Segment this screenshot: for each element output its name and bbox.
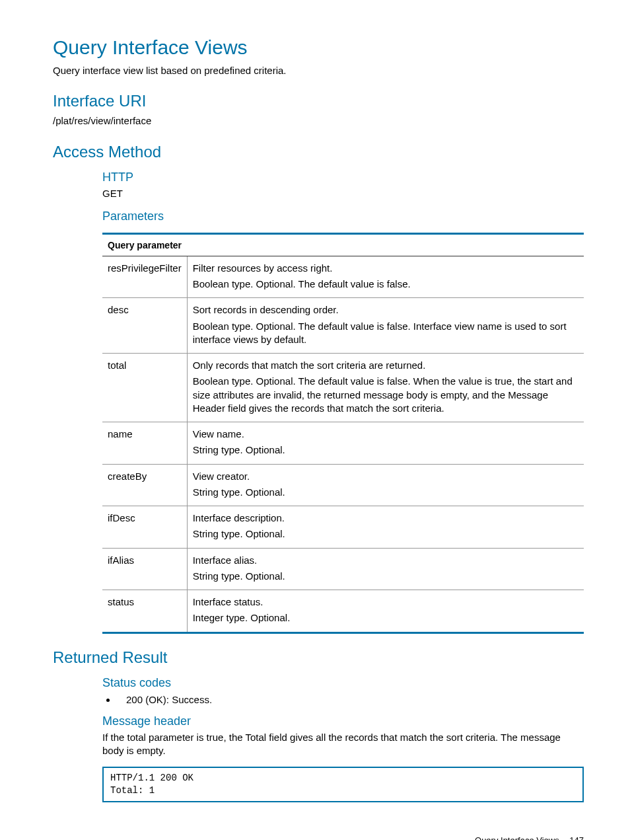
param-desc: View creator. String type. Optional. <box>187 464 584 506</box>
parameters-table: Query parameter resPrivilegeFilter Filte… <box>102 233 584 634</box>
param-desc: View name. String type. Optional. <box>187 422 584 465</box>
param-name: status <box>102 590 187 633</box>
footer-label: Query Interface Views <box>475 835 559 840</box>
page-number: 147 <box>569 835 584 840</box>
returned-result-heading: Returned Result <box>53 648 584 667</box>
param-desc: Only records that match the sort criteri… <box>187 354 584 422</box>
interface-uri-heading: Interface URI <box>53 92 584 110</box>
status-code-item: 200 (OK): Success. <box>117 694 584 705</box>
table-row: name View name. String type. Optional. <box>102 422 584 465</box>
param-name: name <box>102 422 187 465</box>
table-row: total Only records that match the sort c… <box>102 354 584 422</box>
parameters-label: Parameters <box>102 210 584 223</box>
param-desc: Sort records in descending order. Boolea… <box>187 298 584 354</box>
param-name: ifDesc <box>102 506 187 549</box>
message-header-text: If the total parameter is true, the Tota… <box>102 731 584 758</box>
table-row: createBy View creator. String type. Opti… <box>102 464 584 506</box>
param-name: desc <box>102 298 187 354</box>
table-row: ifAlias Interface alias. String type. Op… <box>102 548 584 590</box>
page-title: Query Interface Views <box>53 36 584 59</box>
param-desc: Filter resources by access right. Boolea… <box>187 256 584 298</box>
table-header: Query parameter <box>102 233 584 256</box>
param-desc: Interface alias. String type. Optional. <box>187 548 584 590</box>
param-name: ifAlias <box>102 548 187 590</box>
table-row: resPrivilegeFilter Filter resources by a… <box>102 256 584 298</box>
param-desc: Interface description. String type. Opti… <box>187 506 584 549</box>
table-row: ifDesc Interface description. String typ… <box>102 506 584 549</box>
param-name: total <box>102 354 187 422</box>
http-method-value: GET <box>102 187 584 200</box>
param-desc: Interface status. Integer type. Optional… <box>187 590 584 633</box>
status-codes-list: 200 (OK): Success. <box>117 694 584 705</box>
table-row: status Interface status. Integer type. O… <box>102 590 584 633</box>
access-method-heading: Access Method <box>53 143 584 161</box>
status-codes-label: Status codes <box>102 676 584 690</box>
table-row: desc Sort records in descending order. B… <box>102 298 584 354</box>
code-block: HTTP/1.1 200 OK Total: 1 <box>102 767 584 802</box>
interface-uri-value: /plat/res/view/interface <box>53 114 584 128</box>
message-header-label: Message header <box>102 714 584 728</box>
http-label: HTTP <box>102 171 584 184</box>
page-footer: Query Interface Views 147 <box>53 835 584 840</box>
param-name: resPrivilegeFilter <box>102 256 187 298</box>
param-name: createBy <box>102 464 187 506</box>
intro-text: Query interface view list based on prede… <box>53 64 584 77</box>
